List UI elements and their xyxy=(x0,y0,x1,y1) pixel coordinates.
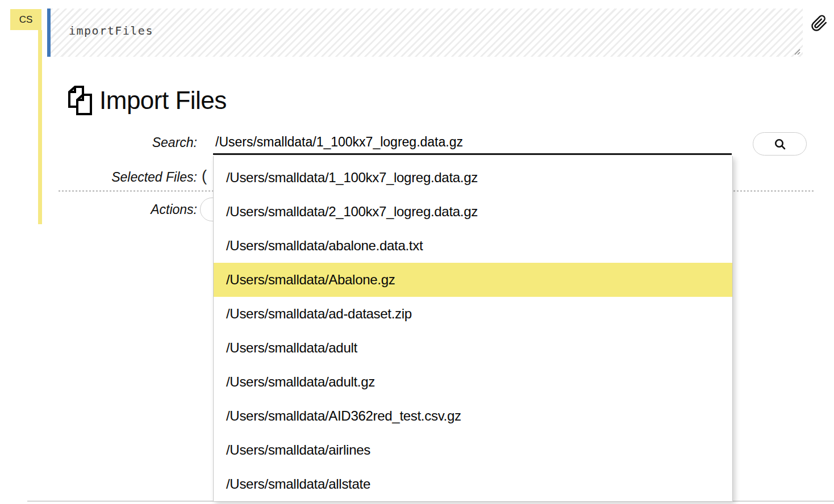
search-input[interactable] xyxy=(213,132,732,155)
file-path-label: /Users/smalldata/Abalone.gz xyxy=(226,272,395,288)
file-path-label: /Users/smalldata/AID362red_test.csv.gz xyxy=(226,408,461,424)
dropdown-file-option[interactable]: /Users/smalldata/Abalone.gz xyxy=(214,263,732,297)
file-path-label: /Users/smalldata/adult xyxy=(226,340,357,356)
file-path-label: /Users/smalldata/1_100kx7_logreg.data.gz xyxy=(226,170,478,186)
page-title: Import Files xyxy=(62,85,227,116)
selected-files-paren: ( xyxy=(202,167,207,185)
attachment-paperclip-icon[interactable] xyxy=(811,15,828,32)
file-suggestions-dropdown: /Users/smalldata/1_100kx7_logreg.data.gz… xyxy=(213,156,733,502)
search-label: Search: xyxy=(0,135,197,150)
dropdown-file-option[interactable]: /Users/smalldata/abalone.data.txt xyxy=(214,229,732,263)
dropdown-file-option[interactable]: /Users/smalldata/adult.gz xyxy=(214,365,732,399)
code-text: importFiles xyxy=(69,24,153,37)
cell-type-badge[interactable]: CS xyxy=(10,9,41,30)
dropdown-file-option[interactable]: /Users/smalldata/1_100kx7_logreg.data.gz xyxy=(214,161,732,195)
file-path-label: /Users/smalldata/adult.gz xyxy=(226,374,375,390)
search-button[interactable] xyxy=(753,132,807,156)
files-icon xyxy=(62,85,92,116)
file-path-label: /Users/smalldata/allstate xyxy=(226,476,370,492)
dropdown-file-option[interactable]: /Users/smalldata/AID362red_test.csv.gz xyxy=(214,399,732,433)
dropdown-file-option[interactable]: /Users/smalldata/ad-dataset.zip xyxy=(214,297,732,331)
selected-files-label: Selected Files: xyxy=(0,170,197,185)
dropdown-file-option[interactable]: /Users/smalldata/2_100kx7_logreg.data.gz xyxy=(214,195,732,229)
actions-label: Actions: xyxy=(0,202,197,217)
dropdown-file-option[interactable]: /Users/smalldata/adult xyxy=(214,331,732,365)
file-path-label: /Users/smalldata/airlines xyxy=(226,442,370,458)
file-path-label: /Users/smalldata/abalone.data.txt xyxy=(226,238,423,254)
resize-handle-icon[interactable] xyxy=(792,47,801,56)
dropdown-file-option[interactable]: /Users/smalldata/airlines xyxy=(214,433,732,467)
code-cell-input[interactable]: importFiles xyxy=(47,9,803,57)
page-title-text: Import Files xyxy=(99,86,227,115)
dropdown-file-option[interactable]: /Users/smalldata/allstate xyxy=(214,467,732,501)
file-path-label: /Users/smalldata/ad-dataset.zip xyxy=(226,306,412,322)
file-path-label: /Users/smalldata/2_100kx7_logreg.data.gz xyxy=(226,204,478,220)
search-icon xyxy=(774,138,786,150)
cell-selection-strip xyxy=(38,30,42,224)
